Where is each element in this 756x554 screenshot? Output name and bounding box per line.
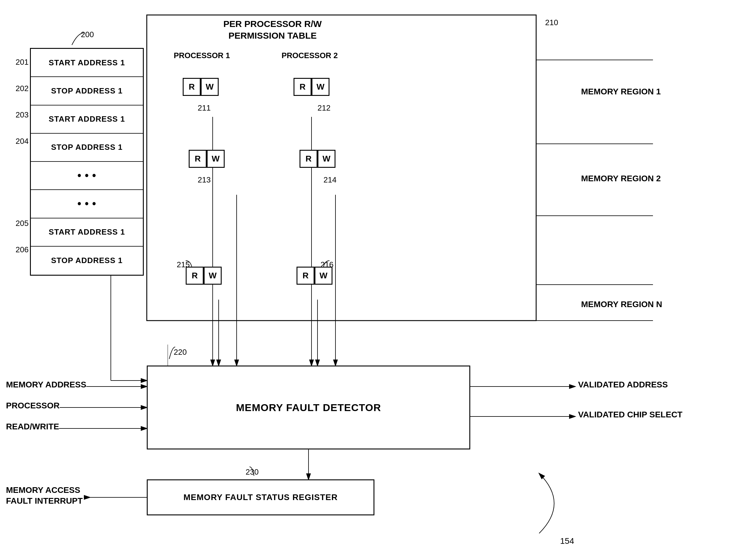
ref-201: 201 (15, 58, 28, 67)
ref-206: 206 (15, 245, 28, 255)
proc1-label: PROCESSOR 1 (174, 51, 230, 60)
title-line1: PER PROCESSOR R/W (168, 18, 377, 30)
address-table: START ADDRESS 1 STOP ADDRESS 1 START ADD… (30, 48, 144, 276)
processor-label: PROCESSOR (6, 401, 60, 410)
ref-205: 205 (15, 219, 28, 228)
ref-210: 210 (545, 18, 558, 27)
row7: START ADDRESS 1 (49, 227, 125, 237)
r-cell-216: R (296, 267, 314, 285)
ref-212: 212 (317, 103, 330, 113)
ref216-line (317, 256, 342, 271)
row8: STOP ADDRESS 1 (51, 256, 123, 265)
w-cell-215: W (204, 267, 222, 285)
ref-202: 202 (15, 84, 28, 93)
validated-chip-select-label: VALIDATED CHIP SELECT (578, 410, 682, 420)
r-cell-211: R (183, 78, 201, 96)
memory-region-n: MEMORY REGION N (581, 299, 662, 309)
diagram: START ADDRESS 1 STOP ADDRESS 1 START ADD… (0, 0, 756, 554)
row5: • • • (77, 169, 97, 182)
ref-211: 211 (198, 103, 211, 113)
row2: STOP ADDRESS 1 (51, 86, 123, 96)
row3: START ADDRESS 1 (49, 114, 125, 124)
fault-interrupt-label: MEMORY ACCESS MEMORY ACCESS FAULT INTERR… (6, 485, 83, 507)
memory-region-2: MEMORY REGION 2 (581, 174, 661, 183)
ref200-line (60, 27, 96, 51)
w-cell-214: W (317, 150, 336, 168)
memory-fault-detector: MEMORY FAULT DETECTOR (147, 366, 470, 449)
r-cell-212: R (294, 78, 311, 96)
validated-address-label: VALIDATED ADDRESS (578, 380, 668, 389)
ref-214: 214 (324, 175, 336, 184)
ref220-line (166, 344, 184, 368)
ref230-line (242, 464, 260, 482)
memory-region-1: MEMORY REGION 1 (581, 87, 661, 97)
read-write-label: READ/WRITE (6, 422, 59, 432)
w-cell-212: W (311, 78, 330, 96)
w-cell-211: W (201, 78, 219, 96)
rw-pair-213: R W (189, 150, 225, 168)
ref-203: 203 (15, 110, 28, 119)
w-cell-213: W (207, 150, 225, 168)
ref-154: 154 (560, 536, 574, 546)
title-line2: PERMISSION TABLE (168, 30, 377, 41)
row6: • • • (77, 198, 97, 210)
rw-pair-214: R W (299, 150, 336, 168)
row1: START ADDRESS 1 (49, 58, 125, 67)
ref-204: 204 (15, 136, 28, 146)
r-cell-214: R (299, 150, 317, 168)
rw-pair-212: R W (294, 78, 330, 96)
rw-pair-211: R W (183, 78, 219, 96)
r-cell-213: R (189, 150, 207, 168)
row4: STOP ADDRESS 1 (51, 143, 123, 152)
ref215-line (174, 256, 198, 271)
table-title: PER PROCESSOR R/W PERMISSION TABLE (168, 18, 377, 41)
proc2-label: PROCESSOR 2 (282, 51, 338, 60)
memory-address-label: MEMORY ADDRESS (6, 380, 86, 389)
memory-fault-status-register: MEMORY FAULT STATUS REGISTER (147, 480, 374, 515)
ref-213: 213 (198, 175, 211, 184)
